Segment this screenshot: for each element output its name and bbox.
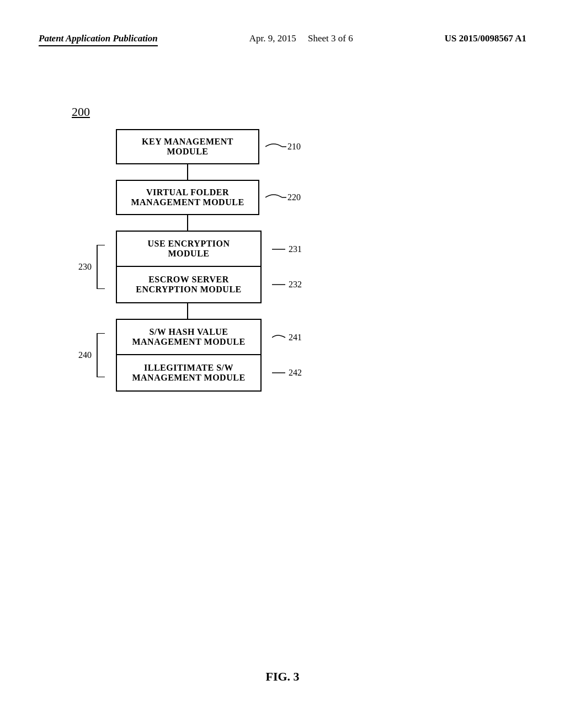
group-230-container: 230 USE ENCRYPTIONMODULE [116,231,262,303]
ref-231: 231 [272,244,302,255]
box-231: USE ENCRYPTIONMODULE [117,232,260,267]
group-230-border: USE ENCRYPTIONMODULE 231 ES [116,231,262,303]
ref-242-arrow [272,367,289,378]
header-date: Apr. 9, 2015 [249,33,296,44]
group-240-container: 240 S/W HASH VALUEMANAGEMENT MODULE [116,319,262,392]
box-242-row: ILLEGITIMATE S/WMANAGEMENT MODULE 242 [117,355,260,390]
box-232-row: ESCROW SERVERENCRYPTION MODULE 232 [117,267,260,302]
ref-241-arrow [272,332,289,343]
group-240-label: 240 [78,333,106,377]
box-231-row: USE ENCRYPTIONMODULE 231 [117,232,260,267]
box-242: ILLEGITIMATE S/WMANAGEMENT MODULE [117,355,260,390]
header-right-patent: US 2015/0098567 A1 [445,33,526,44]
box-241-row: S/W HASH VALUEMANAGEMENT MODULE 241 [117,320,260,355]
box-232: ESCROW SERVERENCRYPTION MODULE [117,267,260,302]
group-240-number: 240 [78,350,92,360]
connector-210-220 [187,164,188,180]
box-220-wrapper: VIRTUAL FOLDERMANAGEMENT MODULE 220 [116,180,259,215]
header-center: Apr. 9, 2015 Sheet 3 of 6 [249,33,353,44]
ref-220-arrow [265,192,287,203]
ref-210: 210 [265,141,301,152]
box-241: S/W HASH VALUEMANAGEMENT MODULE [117,320,260,355]
box-231-label: USE ENCRYPTIONMODULE [147,239,230,259]
group-230-number: 230 [78,262,92,272]
box-210: KEY MANAGEMENTMODULE [116,129,259,164]
ref-210-number: 210 [287,142,301,152]
ref-242: 242 [272,367,302,378]
ref-232-arrow [272,279,289,290]
ref-241: 241 [272,332,302,343]
ref-232-number: 232 [289,280,302,290]
box-220: VIRTUAL FOLDERMANAGEMENT MODULE [116,180,259,215]
page: Patent Application Publication Apr. 9, 2… [0,0,565,728]
ref-210-arrow [265,141,287,152]
header-sheet: Sheet 3 of 6 [308,33,353,44]
diagram-column: KEY MANAGEMENTMODULE 210 VIRTUAL FOLDERM… [116,129,262,392]
connector-220-230 [187,215,188,231]
header-left-label: Patent Application Publication [39,33,158,46]
box-232-label: ESCROW SERVERENCRYPTION MODULE [136,275,242,295]
box-210-wrapper: KEY MANAGEMENTMODULE 210 [116,129,259,164]
ref-242-number: 242 [289,368,302,378]
ref-220: 220 [265,192,301,203]
ref-231-number: 231 [289,244,302,254]
ref-232: 232 [272,279,302,290]
group-230-bracket [94,245,106,289]
header: Patent Application Publication Apr. 9, 2… [0,33,565,46]
box-241-label: S/W HASH VALUEMANAGEMENT MODULE [132,327,245,347]
group-230-label: 230 [78,245,106,289]
group-240-border: S/W HASH VALUEMANAGEMENT MODULE 241 [116,319,262,392]
group-240-bracket [94,333,106,377]
box-220-label: VIRTUAL FOLDERMANAGEMENT MODULE [131,188,244,207]
ref-231-arrow [272,244,289,255]
figure-label: FIG. 3 [265,670,299,684]
connector-230-240 [187,303,188,319]
ref-241-number: 241 [289,333,302,342]
box-210-label: KEY MANAGEMENTMODULE [142,137,233,157]
diagram-area: 200 KEY MANAGEMENTMODULE 210 [72,105,262,392]
main-ref-label: 200 [72,105,262,119]
ref-220-number: 220 [287,192,301,202]
box-242-label: ILLEGITIMATE S/WMANAGEMENT MODULE [132,363,245,383]
